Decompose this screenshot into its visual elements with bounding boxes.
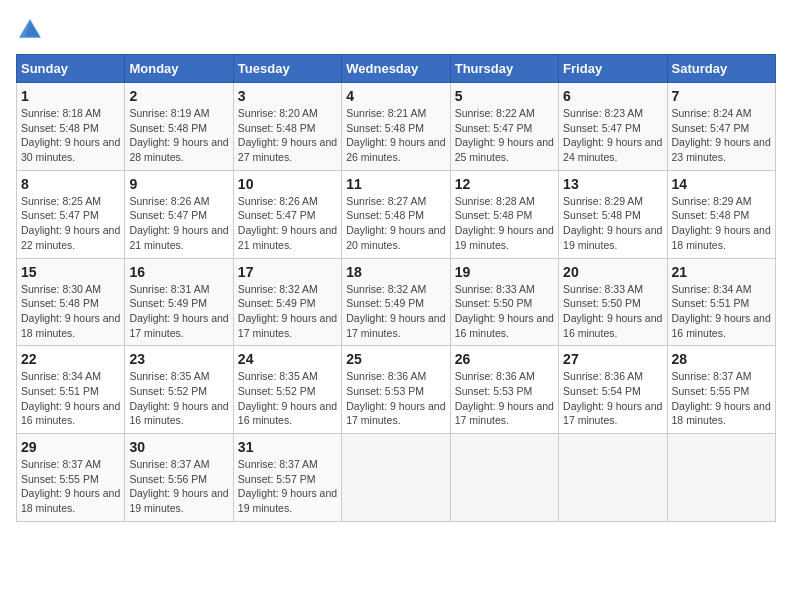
day-detail: Sunrise: 8:29 AMSunset: 5:48 PMDaylight:… [672,194,771,253]
calendar-cell: 27Sunrise: 8:36 AMSunset: 5:54 PMDayligh… [559,346,667,434]
weekday-header: Thursday [450,55,558,83]
calendar-cell: 22Sunrise: 8:34 AMSunset: 5:51 PMDayligh… [17,346,125,434]
day-detail: Sunrise: 8:18 AMSunset: 5:48 PMDaylight:… [21,106,120,165]
calendar-week-row: 8Sunrise: 8:25 AMSunset: 5:47 PMDaylight… [17,170,776,258]
day-number: 15 [21,264,120,280]
calendar-cell: 7Sunrise: 8:24 AMSunset: 5:47 PMDaylight… [667,83,775,171]
calendar-week-row: 29Sunrise: 8:37 AMSunset: 5:55 PMDayligh… [17,434,776,522]
day-detail: Sunrise: 8:34 AMSunset: 5:51 PMDaylight:… [21,369,120,428]
day-number: 30 [129,439,228,455]
day-number: 18 [346,264,445,280]
calendar-cell: 12Sunrise: 8:28 AMSunset: 5:48 PMDayligh… [450,170,558,258]
calendar-table: SundayMondayTuesdayWednesdayThursdayFrid… [16,54,776,522]
day-detail: Sunrise: 8:33 AMSunset: 5:50 PMDaylight:… [563,282,662,341]
day-number: 6 [563,88,662,104]
day-number: 2 [129,88,228,104]
logo-icon [16,16,44,44]
day-number: 5 [455,88,554,104]
calendar-header: SundayMondayTuesdayWednesdayThursdayFrid… [17,55,776,83]
day-number: 28 [672,351,771,367]
day-detail: Sunrise: 8:26 AMSunset: 5:47 PMDaylight:… [238,194,337,253]
weekday-header: Monday [125,55,233,83]
page-header [16,16,776,44]
calendar-cell: 25Sunrise: 8:36 AMSunset: 5:53 PMDayligh… [342,346,450,434]
day-detail: Sunrise: 8:27 AMSunset: 5:48 PMDaylight:… [346,194,445,253]
day-detail: Sunrise: 8:36 AMSunset: 5:53 PMDaylight:… [455,369,554,428]
day-detail: Sunrise: 8:36 AMSunset: 5:54 PMDaylight:… [563,369,662,428]
calendar-cell: 10Sunrise: 8:26 AMSunset: 5:47 PMDayligh… [233,170,341,258]
day-detail: Sunrise: 8:37 AMSunset: 5:56 PMDaylight:… [129,457,228,516]
calendar-cell: 4Sunrise: 8:21 AMSunset: 5:48 PMDaylight… [342,83,450,171]
calendar-cell [559,434,667,522]
calendar-cell: 14Sunrise: 8:29 AMSunset: 5:48 PMDayligh… [667,170,775,258]
day-number: 14 [672,176,771,192]
day-number: 31 [238,439,337,455]
weekday-header: Saturday [667,55,775,83]
calendar-cell: 24Sunrise: 8:35 AMSunset: 5:52 PMDayligh… [233,346,341,434]
day-detail: Sunrise: 8:20 AMSunset: 5:48 PMDaylight:… [238,106,337,165]
calendar-cell [450,434,558,522]
day-number: 22 [21,351,120,367]
day-detail: Sunrise: 8:35 AMSunset: 5:52 PMDaylight:… [238,369,337,428]
calendar-cell: 2Sunrise: 8:19 AMSunset: 5:48 PMDaylight… [125,83,233,171]
calendar-cell: 16Sunrise: 8:31 AMSunset: 5:49 PMDayligh… [125,258,233,346]
calendar-week-row: 22Sunrise: 8:34 AMSunset: 5:51 PMDayligh… [17,346,776,434]
day-number: 25 [346,351,445,367]
day-detail: Sunrise: 8:35 AMSunset: 5:52 PMDaylight:… [129,369,228,428]
day-detail: Sunrise: 8:32 AMSunset: 5:49 PMDaylight:… [346,282,445,341]
logo [16,16,48,44]
day-number: 29 [21,439,120,455]
day-detail: Sunrise: 8:37 AMSunset: 5:57 PMDaylight:… [238,457,337,516]
day-number: 17 [238,264,337,280]
weekday-header: Sunday [17,55,125,83]
calendar-cell: 29Sunrise: 8:37 AMSunset: 5:55 PMDayligh… [17,434,125,522]
day-number: 13 [563,176,662,192]
calendar-cell: 1Sunrise: 8:18 AMSunset: 5:48 PMDaylight… [17,83,125,171]
day-detail: Sunrise: 8:26 AMSunset: 5:47 PMDaylight:… [129,194,228,253]
day-number: 10 [238,176,337,192]
calendar-cell [342,434,450,522]
day-number: 11 [346,176,445,192]
day-number: 12 [455,176,554,192]
calendar-cell: 9Sunrise: 8:26 AMSunset: 5:47 PMDaylight… [125,170,233,258]
day-number: 8 [21,176,120,192]
day-number: 21 [672,264,771,280]
day-detail: Sunrise: 8:25 AMSunset: 5:47 PMDaylight:… [21,194,120,253]
day-number: 27 [563,351,662,367]
day-detail: Sunrise: 8:30 AMSunset: 5:48 PMDaylight:… [21,282,120,341]
day-number: 9 [129,176,228,192]
calendar-cell: 5Sunrise: 8:22 AMSunset: 5:47 PMDaylight… [450,83,558,171]
calendar-cell: 30Sunrise: 8:37 AMSunset: 5:56 PMDayligh… [125,434,233,522]
calendar-cell: 21Sunrise: 8:34 AMSunset: 5:51 PMDayligh… [667,258,775,346]
day-number: 26 [455,351,554,367]
calendar-cell: 15Sunrise: 8:30 AMSunset: 5:48 PMDayligh… [17,258,125,346]
day-detail: Sunrise: 8:28 AMSunset: 5:48 PMDaylight:… [455,194,554,253]
day-number: 23 [129,351,228,367]
day-number: 20 [563,264,662,280]
calendar-cell: 3Sunrise: 8:20 AMSunset: 5:48 PMDaylight… [233,83,341,171]
calendar-body: 1Sunrise: 8:18 AMSunset: 5:48 PMDaylight… [17,83,776,522]
day-number: 4 [346,88,445,104]
day-detail: Sunrise: 8:21 AMSunset: 5:48 PMDaylight:… [346,106,445,165]
day-detail: Sunrise: 8:32 AMSunset: 5:49 PMDaylight:… [238,282,337,341]
calendar-cell: 23Sunrise: 8:35 AMSunset: 5:52 PMDayligh… [125,346,233,434]
day-detail: Sunrise: 8:37 AMSunset: 5:55 PMDaylight:… [21,457,120,516]
calendar-cell: 11Sunrise: 8:27 AMSunset: 5:48 PMDayligh… [342,170,450,258]
day-number: 16 [129,264,228,280]
calendar-cell: 31Sunrise: 8:37 AMSunset: 5:57 PMDayligh… [233,434,341,522]
day-detail: Sunrise: 8:23 AMSunset: 5:47 PMDaylight:… [563,106,662,165]
calendar-week-row: 15Sunrise: 8:30 AMSunset: 5:48 PMDayligh… [17,258,776,346]
day-number: 3 [238,88,337,104]
day-detail: Sunrise: 8:37 AMSunset: 5:55 PMDaylight:… [672,369,771,428]
day-detail: Sunrise: 8:36 AMSunset: 5:53 PMDaylight:… [346,369,445,428]
calendar-cell: 8Sunrise: 8:25 AMSunset: 5:47 PMDaylight… [17,170,125,258]
day-detail: Sunrise: 8:34 AMSunset: 5:51 PMDaylight:… [672,282,771,341]
day-detail: Sunrise: 8:24 AMSunset: 5:47 PMDaylight:… [672,106,771,165]
calendar-cell: 6Sunrise: 8:23 AMSunset: 5:47 PMDaylight… [559,83,667,171]
weekday-header: Friday [559,55,667,83]
day-detail: Sunrise: 8:29 AMSunset: 5:48 PMDaylight:… [563,194,662,253]
day-detail: Sunrise: 8:31 AMSunset: 5:49 PMDaylight:… [129,282,228,341]
day-number: 1 [21,88,120,104]
weekday-header: Tuesday [233,55,341,83]
calendar-cell: 19Sunrise: 8:33 AMSunset: 5:50 PMDayligh… [450,258,558,346]
